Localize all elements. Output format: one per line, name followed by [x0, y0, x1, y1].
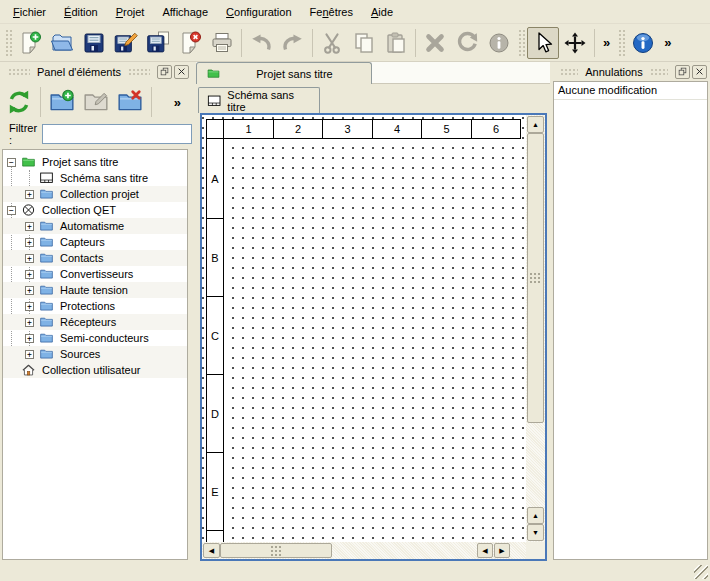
toolbar-separator	[312, 29, 313, 57]
edit-category-button[interactable]	[79, 85, 113, 119]
rotate-button[interactable]	[451, 27, 483, 59]
menu-edition[interactable]: Édition	[55, 3, 107, 21]
resize-grip-icon[interactable]	[694, 565, 708, 579]
scroll-up-button[interactable]: ▲	[527, 116, 544, 133]
vertical-scroll-thumb[interactable]	[527, 133, 544, 423]
scroll-up-button-2[interactable]: ▲	[527, 507, 544, 524]
new-project-button[interactable]	[14, 27, 46, 59]
tree-expander-icon[interactable]: −	[7, 206, 16, 215]
tab-project[interactable]: Projet sans titre	[196, 62, 372, 84]
menu-configuration[interactable]: Configuration	[217, 3, 300, 21]
close-elements-panel-button[interactable]	[174, 65, 189, 79]
tree-item-collection-qet[interactable]: −Collection QET	[3, 202, 187, 218]
delete-category-button[interactable]	[113, 85, 147, 119]
toolbar-handle[interactable]	[4, 28, 12, 58]
project-folder-icon	[205, 67, 222, 80]
float-undo-panel-button[interactable]	[675, 65, 690, 79]
save-button[interactable]	[78, 27, 110, 59]
tree-item-semi-conducteurs[interactable]: +Semi-conducteurs	[3, 330, 187, 346]
selection-mode-button[interactable]	[527, 27, 559, 59]
tree-expander-icon[interactable]: +	[25, 222, 34, 231]
undo-panel-title: Annulations	[583, 66, 645, 78]
dock-grip	[128, 68, 150, 76]
tree-expander-icon[interactable]: +	[25, 286, 34, 295]
diagram-tab-label: Schéma sans titre	[227, 89, 312, 113]
tree-expander-icon[interactable]: +	[25, 190, 34, 199]
undo-list-item[interactable]: Aucune modification	[554, 82, 707, 100]
filter-input[interactable]	[42, 124, 192, 144]
menu-affichage[interactable]: Affichage	[153, 3, 217, 21]
tree-expander-icon[interactable]: +	[25, 302, 34, 311]
tree-item-sources[interactable]: +Sources	[3, 346, 187, 362]
float-elements-panel-button[interactable]	[157, 65, 172, 79]
scroll-left-button-2[interactable]: ◀	[477, 543, 493, 558]
tree-expander-icon[interactable]: +	[25, 350, 34, 359]
toolbar-handle[interactable]	[617, 28, 625, 58]
row-header-C: C	[206, 296, 224, 375]
about-qet-button[interactable]	[627, 27, 659, 59]
folder-blue-icon	[38, 219, 55, 233]
copy-button[interactable]	[348, 27, 380, 59]
close-undo-panel-button[interactable]	[692, 65, 707, 79]
toolbar-handle[interactable]	[517, 28, 525, 58]
menu-fenetres[interactable]: Fenêtres	[301, 3, 362, 21]
delete-button[interactable]	[419, 27, 451, 59]
tree-expander-icon[interactable]: −	[7, 158, 16, 167]
undo-button[interactable]	[245, 27, 277, 59]
tree-item-r-cepteurs[interactable]: +Récepteurs	[3, 314, 187, 330]
horizontal-scrollbar[interactable]: ◀ ◀ ▶	[202, 542, 526, 559]
copy-icon	[352, 31, 376, 55]
tab-diagram[interactable]: Schéma sans titre	[198, 87, 320, 113]
project-area: Projet sans titre Schéma sans titre 1234…	[196, 62, 550, 562]
row-header-B: B	[206, 218, 224, 297]
folder-green-icon	[20, 155, 37, 169]
undo-panel-titlebar[interactable]: Annulations	[552, 62, 710, 81]
new-category-button[interactable]	[45, 85, 79, 119]
tree-expander-icon[interactable]: +	[25, 238, 34, 247]
properties-button[interactable]	[483, 27, 515, 59]
tree-expander-icon[interactable]: +	[25, 334, 34, 343]
close-project-button[interactable]	[174, 27, 206, 59]
print-button[interactable]	[206, 27, 238, 59]
elements-panel-title: Panel d'éléments	[35, 66, 123, 78]
tree-item-contacts[interactable]: +Contacts	[3, 250, 187, 266]
scroll-right-button[interactable]: ▶	[494, 543, 510, 558]
tree-expander-icon[interactable]: +	[25, 270, 34, 279]
menu-projet[interactable]: Projet	[107, 3, 154, 21]
reload-collections-button[interactable]	[2, 85, 36, 119]
toolbar-separator	[241, 29, 242, 57]
tree-expander-icon[interactable]: +	[25, 318, 34, 327]
save-as-button[interactable]	[110, 27, 142, 59]
diagram-canvas[interactable]: 123456ABCDE	[202, 115, 526, 542]
tree-item-automatisme[interactable]: +Automatisme	[3, 218, 187, 234]
tree-item-convertisseurs[interactable]: +Convertisseurs	[3, 266, 187, 282]
save-all-button[interactable]	[142, 27, 174, 59]
tree-item-protections[interactable]: +Protections	[3, 298, 187, 314]
folder-blue-icon	[38, 331, 55, 345]
toolbar-overflow-2-button[interactable]: »	[659, 33, 676, 52]
tree-item-sch-ma-sans-titre[interactable]: Schéma sans titre	[3, 170, 187, 186]
horizontal-scroll-thumb[interactable]	[220, 543, 332, 558]
tree-expander-icon[interactable]: +	[25, 254, 34, 263]
redo-button[interactable]	[277, 27, 309, 59]
tree-item-collection-projet[interactable]: +Collection projet	[3, 186, 187, 202]
visualisation-mode-button[interactable]	[559, 27, 591, 59]
diagram-viewport: 123456ABCDE ▲ ▲ ▼ ◀ ◀ ▶	[200, 113, 547, 561]
move-icon	[563, 31, 587, 55]
paste-button[interactable]	[380, 27, 412, 59]
tree-item-collection-utilisateur[interactable]: Collection utilisateur	[3, 362, 187, 378]
panel-overflow-button[interactable]: »	[169, 93, 186, 112]
elements-panel-titlebar[interactable]: Panel d'éléments	[0, 62, 192, 81]
tree-item-haute-tension[interactable]: +Haute tension	[3, 282, 187, 298]
open-project-button[interactable]	[46, 27, 78, 59]
column-header-3: 3	[322, 119, 373, 139]
vertical-scrollbar[interactable]: ▲ ▲ ▼	[526, 115, 545, 542]
cut-button[interactable]	[316, 27, 348, 59]
scroll-left-button[interactable]: ◀	[203, 543, 220, 558]
menu-aide[interactable]: Aide	[362, 3, 402, 21]
tree-item-capteurs[interactable]: +Capteurs	[3, 234, 187, 250]
menu-fichier[interactable]: Fichier	[4, 3, 55, 21]
scroll-down-button[interactable]: ▼	[527, 524, 544, 541]
tree-item-projet-sans-titre[interactable]: −Projet sans titre	[3, 154, 187, 170]
toolbar-overflow-button[interactable]: »	[598, 33, 615, 52]
